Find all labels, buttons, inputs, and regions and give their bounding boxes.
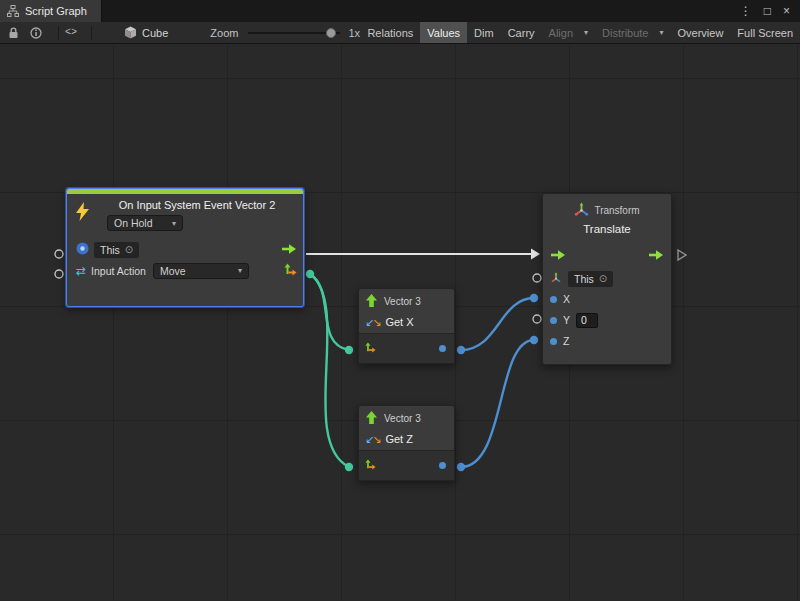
graph-object-name: Cube [142, 27, 168, 39]
chevron-down-icon: ▾ [238, 266, 242, 275]
vector3-icon [365, 294, 378, 309]
get-x-title: Get X [385, 316, 413, 328]
get-z-value-row [359, 450, 454, 480]
float-output-port[interactable] [439, 462, 446, 469]
distribute-button[interactable]: Distribute▾ [595, 22, 670, 43]
get-z-title-row: ↙↘ Get Z [359, 428, 454, 450]
lightning-bolt-icon [75, 202, 90, 223]
script-graph-icon [7, 5, 19, 17]
chevron-down-icon: ▾ [660, 28, 664, 37]
kebab-menu-icon[interactable]: ⋮ [740, 4, 752, 18]
event-this-field[interactable]: This ⊙ [94, 242, 139, 258]
gameobject-icon [76, 242, 89, 257]
toolbar-buttons: Relations Values Dim Carry Align▾ Distri… [360, 22, 800, 43]
transform-header: Transform Translate [543, 194, 671, 244]
full-screen-button[interactable]: Full Screen [730, 22, 800, 43]
flow-output-arrow-icon[interactable] [281, 243, 297, 257]
float-input-port[interactable] [550, 338, 557, 345]
get-z-output-port[interactable] [457, 463, 465, 471]
titlebar: Script Graph ⋮ □ × [0, 0, 800, 22]
get-member-icon: ↙↘ [365, 317, 379, 328]
transform-this-port[interactable] [533, 274, 541, 282]
transform-y-port[interactable] [533, 315, 541, 323]
flow-output-arrow-icon[interactable] [648, 249, 664, 263]
vector2-output-port[interactable] [306, 270, 314, 278]
graph-canvas[interactable]: On Input System Event Vector 2 On Hold▾ … [0, 44, 800, 601]
transform-z-row: Z [543, 331, 671, 351]
values-button[interactable]: Values [420, 22, 467, 43]
transform-flow-row [543, 244, 671, 268]
get-z-category: Vector 3 [384, 413, 421, 424]
port-y-label: Y [563, 314, 570, 326]
float-input-port[interactable] [550, 317, 557, 324]
chevron-down-icon: ▾ [172, 219, 176, 228]
tab-title: Script Graph [25, 5, 87, 17]
event-node-title: On Input System Event Vector 2 [97, 199, 297, 211]
toolbar-separator [91, 26, 92, 40]
vector3-port-icon[interactable] [365, 342, 376, 355]
transform-axis-icon-small [550, 272, 562, 286]
dim-button[interactable]: Dim [467, 22, 501, 43]
input-action-label: Input Action [91, 265, 146, 277]
zoom-value: 1x [348, 27, 360, 39]
cube-icon [124, 26, 137, 39]
get-x-value-row [359, 333, 454, 363]
tab-script-graph[interactable]: Script Graph [0, 0, 102, 22]
get-x-category: Vector 3 [384, 296, 421, 307]
align-button[interactable]: Align▾ [542, 22, 595, 43]
port-z-label: Z [563, 335, 569, 347]
vector3-port-icon[interactable] [365, 459, 376, 472]
get-x-node[interactable]: Vector 3 ↙↘ Get X [358, 288, 455, 364]
get-x-output-port[interactable] [457, 346, 465, 354]
event-input-action-row: ⇄ Input Action Move▾ [67, 260, 303, 281]
flow-input-arrow-icon[interactable] [550, 249, 566, 263]
input-action-dropdown[interactable]: Move▾ [153, 263, 249, 279]
close-icon[interactable]: × [783, 4, 790, 18]
port-x-label: X [563, 293, 570, 305]
transform-flow-out-port[interactable] [678, 250, 686, 260]
vector2-port-icon[interactable] [284, 263, 297, 278]
object-picker-icon[interactable]: ⊙ [125, 244, 133, 255]
get-z-input-port[interactable] [345, 463, 353, 471]
transform-this-row: This ⊙ [543, 268, 671, 289]
transform-x-port[interactable] [530, 294, 538, 302]
maximize-icon[interactable]: □ [764, 4, 771, 18]
input-action-icon: ⇄ [76, 265, 86, 277]
float-wire-x[interactable] [461, 298, 534, 350]
object-picker-icon[interactable]: ⊙ [599, 273, 607, 284]
get-x-title-row: ↙↘ Get X [359, 311, 454, 333]
toolbar-separator [58, 26, 59, 40]
event-this-port[interactable] [55, 250, 63, 258]
get-x-category-row: Vector 3 [359, 289, 454, 311]
window-controls: ⋮ □ × [740, 0, 800, 22]
carry-button[interactable]: Carry [501, 22, 542, 43]
transform-this-field[interactable]: This ⊙ [568, 271, 613, 287]
zoom-slider-knob[interactable] [326, 28, 336, 38]
port-y-value-field[interactable]: 0 [576, 313, 598, 328]
chevron-down-icon: ▾ [584, 28, 588, 37]
get-z-node[interactable]: Vector 3 ↙↘ Get Z [358, 405, 455, 481]
zoom-slider[interactable] [248, 26, 340, 40]
on-input-system-event-node[interactable]: On Input System Event Vector 2 On Hold▾ … [66, 188, 304, 307]
transform-translate-node[interactable]: Transform Translate This ⊙ [542, 193, 672, 365]
vector2-wire-to-get-x[interactable] [310, 274, 349, 350]
lock-icon[interactable] [8, 27, 19, 39]
get-member-icon: ↙↘ [365, 434, 379, 445]
vector2-wire-to-get-z[interactable] [310, 274, 349, 467]
overview-button[interactable]: Overview [671, 22, 731, 43]
code-view-icon[interactable]: <> [65, 27, 77, 38]
graph-toolbar: <> Cube Zoom 1x Relations Values Dim Car… [0, 22, 800, 44]
float-wire-z[interactable] [461, 340, 534, 467]
float-input-port[interactable] [550, 296, 557, 303]
float-output-port[interactable] [439, 345, 446, 352]
info-icon[interactable] [30, 27, 42, 39]
event-mode-dropdown[interactable]: On Hold▾ [107, 215, 183, 231]
get-x-input-port[interactable] [345, 346, 353, 354]
transform-y-row: Y 0 [543, 309, 671, 331]
flow-wire[interactable] [306, 249, 540, 260]
get-z-title: Get Z [385, 433, 413, 445]
event-action-port[interactable] [55, 270, 63, 278]
transform-axis-icon [574, 202, 589, 219]
relations-button[interactable]: Relations [360, 22, 420, 43]
transform-z-port[interactable] [530, 336, 538, 344]
